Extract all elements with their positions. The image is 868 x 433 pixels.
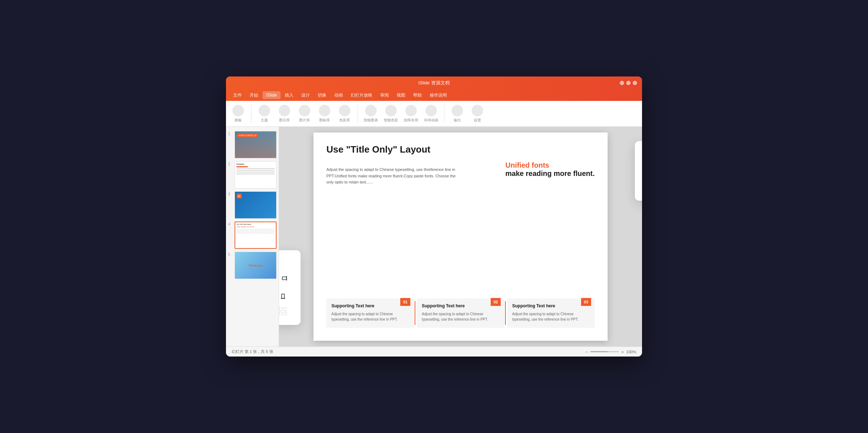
card-2-text: Adjust the spacing to adapt to Chinese t… — [422, 311, 499, 322]
window-controls — [620, 81, 637, 85]
toolbar-image[interactable]: 图片库 — [296, 105, 313, 123]
window-dot-1[interactable] — [620, 81, 624, 85]
zoom-level: 100% — [626, 350, 636, 354]
main-content: 1 民用航空运输季度汇报 2 Contents — [226, 127, 642, 346]
zoom-minus-button[interactable]: − — [585, 349, 588, 355]
menu-view[interactable]: 视图 — [393, 91, 409, 100]
cards-row: 01 Supporting Text here Adjust the spaci… — [326, 298, 595, 328]
slide-item-2[interactable]: 2 Contents — [226, 160, 279, 190]
toolbar-color-label: 色彩库 — [339, 118, 350, 123]
menu-help[interactable]: 帮助 — [410, 91, 425, 100]
slide-item-4[interactable]: 4 Use Title Only Layout make reading mor… — [226, 220, 279, 250]
menu-design[interactable]: 设计 — [298, 91, 313, 100]
card-1-divider — [415, 301, 415, 325]
card-1: 01 Supporting Text here Adjust the spaci… — [326, 298, 414, 328]
toolbar-tween[interactable]: 补间动画 — [423, 105, 440, 123]
toolbar-settings[interactable]: 设置 — [469, 105, 486, 123]
card-1-badge: 01 — [400, 298, 410, 306]
window-dot-3[interactable] — [633, 81, 637, 85]
toolbar-divider-2 — [358, 105, 358, 123]
thumb-2-title: Contents — [236, 163, 275, 165]
card-3-title: Supporting Text here — [512, 303, 579, 308]
slide-thumbnail-4: Use Title Only Layout make reading more … — [235, 222, 277, 249]
align-bottom-out-icon[interactable] — [279, 288, 289, 301]
menu-slideshow[interactable]: 幻灯片放映 — [347, 91, 376, 100]
toolbar-theme[interactable]: 主题 — [256, 105, 273, 123]
slide-thumbnail-3: 01 — [235, 191, 277, 219]
slide-panel: 1 民用航空运输季度汇报 2 Contents — [226, 127, 279, 346]
toolbar-export[interactable]: 输出 — [449, 105, 466, 123]
slide-item-3[interactable]: 3 01 — [226, 190, 279, 220]
toolbar-smartchart[interactable]: 智能图表 — [362, 105, 379, 123]
toolbar-icons[interactable]: 图标库 — [316, 105, 333, 123]
card-2-title: Supporting Text here — [422, 303, 489, 308]
slide-content: Use "Title Only" Layout Adjust the spaci… — [313, 132, 608, 341]
theme-icon — [259, 105, 270, 116]
thumb-5-text: Thank you — [248, 264, 263, 267]
template-icon — [232, 105, 244, 116]
slide-thumbnail-1: 民用航空运输季度汇报 — [235, 131, 277, 158]
toolbar-matrix[interactable]: 矩阵布局 — [402, 105, 420, 123]
diagram-icon — [279, 105, 290, 116]
card-2-divider — [505, 301, 506, 325]
grid-ref-icon[interactable] — [279, 305, 289, 318]
slide-number-5: 5 — [228, 252, 233, 256]
slide-accent-orange: Unified fonts — [505, 161, 595, 169]
svg-rect-29 — [284, 312, 287, 315]
svg-rect-26 — [279, 308, 282, 311]
menu-review[interactable]: 审阅 — [377, 91, 392, 100]
menu-file[interactable]: 文件 — [230, 91, 245, 100]
toolbar-export-label: 输出 — [454, 118, 461, 123]
toolbar-image-label: 图片库 — [299, 118, 310, 123]
toolbar: 模板 主题 图示库 图片库 图标库 色彩库 智能图表 智能 — [226, 101, 642, 127]
card-1-text: Adjust the spacing to adapt to Chinese t… — [331, 311, 409, 322]
slide-body-text: Adjust the spacing to adapt to Chinese t… — [326, 167, 463, 186]
slide-item-5[interactable]: 5 Thank you — [226, 250, 279, 280]
toolbar-theme-label: 主题 — [261, 118, 268, 123]
toolbar-diagram[interactable]: 图示库 — [276, 105, 293, 123]
image-icon — [299, 105, 310, 116]
toolbar-color[interactable]: 色彩库 — [336, 105, 353, 123]
slide-accent-black: make reading more fluent. — [505, 169, 595, 178]
card-3-badge: 03 — [581, 298, 591, 306]
slide-item-1[interactable]: 1 民用航空运输季度汇报 — [226, 130, 279, 160]
toolbar-settings-label: 设置 — [474, 118, 481, 123]
color-icon — [339, 105, 350, 116]
slide-thumbnail-5: Thank you — [235, 252, 277, 279]
menu-transition[interactable]: 切换 — [314, 91, 330, 100]
thumb-4-accent: make reading more fluent. — [237, 226, 274, 228]
menu-guide[interactable]: 操作说明 — [426, 91, 450, 100]
floating-panel-reference-layout: 参考线布局 — [279, 250, 301, 325]
toolbar-divider-1 — [251, 105, 251, 123]
slide-canvas: Use "Title Only" Layout Adjust the spaci… — [313, 132, 608, 341]
settings-icon — [472, 105, 483, 116]
export-icon — [452, 105, 463, 116]
toolbar-diagram-label: 图示库 — [279, 118, 290, 123]
thumb-3-badge: 01 — [237, 194, 242, 199]
toolbar-tween-label: 补间动画 — [424, 118, 438, 123]
menu-bar: 文件 开始 ISlide 插入 设计 切换 动画 幻灯片放映 审阅 视图 帮助 … — [226, 89, 642, 101]
toolbar-template-label: 模板 — [235, 118, 242, 123]
card-3: 03 Supporting Text here Adjust the spaci… — [507, 298, 595, 328]
toolbar-template[interactable]: 模板 — [230, 105, 247, 123]
menu-start[interactable]: 开始 — [246, 91, 262, 100]
menu-animation[interactable]: 动画 — [331, 91, 346, 100]
matrix-icon — [405, 105, 417, 116]
svg-rect-28 — [279, 312, 282, 315]
slide-accent-block: Unified fonts make reading more fluent. — [505, 161, 595, 178]
toolbar-divider-3 — [444, 105, 444, 123]
toolbar-smartcolor[interactable]: 智能色彩 — [382, 105, 400, 123]
menu-islide[interactable]: ISlide — [263, 91, 280, 99]
svg-rect-27 — [284, 308, 287, 311]
zoom-slider[interactable] — [590, 351, 619, 352]
panel-left-title: 参考线布局 — [279, 257, 293, 266]
app-window: iSlide 资源文档 文件 开始 ISlide 插入 设计 切换 动画 幻灯片… — [226, 76, 642, 357]
toolbar-matrix-label: 矩阵布局 — [404, 118, 418, 123]
slide-title: Use "Title Only" Layout — [326, 144, 595, 155]
status-bar: 幻灯片 第 1 张，共 5 张 − + 100% — [226, 346, 642, 357]
toolbar-icons-label: 图标库 — [319, 118, 330, 123]
zoom-plus-button[interactable]: + — [621, 349, 624, 355]
align-right-out-icon[interactable] — [279, 272, 289, 285]
menu-insert[interactable]: 插入 — [281, 91, 297, 100]
window-dot-2[interactable] — [626, 81, 631, 85]
